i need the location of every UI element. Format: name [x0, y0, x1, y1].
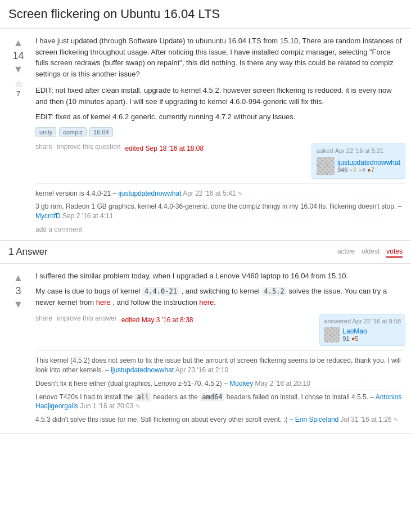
answer-user-rep: 91 [342, 335, 349, 342]
answer-vote-column: ▲ 3 ▼ [6, 270, 31, 426]
answer-comment-3: Lenovo T420s I had to install the all he… [35, 391, 405, 414]
question-content: I have just updated (through Software Up… [31, 35, 405, 233]
answer-section: ▲ 3 ▼ I suffered the similar problem tod… [0, 264, 411, 434]
answer-comment-1: This kernel (4.5.2) does not seem to fix… [35, 354, 405, 377]
question-edit2: EDIT: fixed as of kernel 4.6.2 generic, … [35, 111, 405, 123]
question-comments: kernel version is 4.4.0-21 – ijustupdate… [35, 183, 405, 233]
question-body: I have just updated (through Software Up… [35, 35, 405, 79]
code-all: all [135, 393, 152, 402]
question-edit1: EDIT: not fixed after clean install, upg… [35, 85, 405, 107]
code-amd64: amd64 [200, 393, 224, 402]
sort-tab-active[interactable]: active [337, 246, 355, 258]
page-title: Screen flickering on Ubuntu 16.04 LTS [0, 0, 411, 29]
question-actions: share improve this question edited Sep 1… [35, 143, 204, 154]
add-comment-button[interactable]: add a comment [35, 226, 405, 233]
answer-edited-info: edited May 3 '16 at 8:38 [121, 316, 193, 324]
answer-content: I suffered the similar problem today, wh… [31, 270, 405, 426]
kernel-old-code: 4.4.0-21 [142, 287, 179, 296]
question-section: ▲ 14 ▼ ☆ 7 I have just updated (through … [0, 29, 411, 241]
question-user-card: asked Apr 22 '16 at 5:21 ijustupdatednow… [311, 143, 405, 179]
comment-2: 3 gb ram, Radeon 1 GB graphics, kernel 4… [35, 200, 405, 223]
question-user-name[interactable]: ijustupdatednowwhat [337, 159, 400, 166]
kernel-new-code: 4.5.2 [262, 287, 287, 296]
answers-header: 1 Answer active oldest votes [0, 241, 411, 264]
question-user-avatar [317, 157, 335, 175]
answer-body: I suffered the similar problem today, wh… [35, 270, 405, 309]
answer-comments: This kernel (4.5.2) does not seem to fix… [35, 350, 405, 426]
sort-tabs: active oldest votes [337, 246, 403, 258]
answer-vote-down-button[interactable]: ▼ [13, 299, 24, 309]
bronze-badge: 7 [371, 166, 374, 173]
answer-bronze-badge: 5 [355, 335, 358, 342]
question-tags: unity compiz 16.04 [35, 127, 405, 137]
vote-count: 14 [12, 50, 24, 62]
answer-user-card: answered Apr 22 '16 at 8:58 LaoMao 91 ●5 [319, 314, 405, 346]
answer-comment-4-edit-icon[interactable]: ✎ [394, 417, 398, 423]
answer-vote-count: 3 [15, 285, 21, 297]
answers-count: 1 Answer [8, 246, 48, 258]
question-meta-row: share improve this question edited Sep 1… [35, 143, 405, 179]
comment-1-user[interactable]: ijustupdatednowwhat [118, 190, 181, 197]
answer-link2[interactable]: here [199, 298, 214, 306]
answer-comment-4-user[interactable]: Erin Spiceland [295, 416, 338, 423]
answer-link1[interactable]: here [96, 298, 111, 306]
answer-improve-link[interactable]: improve this answer [57, 314, 117, 322]
answer-user-avatar [324, 327, 340, 342]
tag-compiz[interactable]: compiz [59, 127, 87, 137]
vote-down-button[interactable]: ▼ [13, 64, 24, 74]
answer-comment-2-user[interactable]: Mookey [229, 380, 253, 387]
comment-2-user[interactable]: MycrofD [35, 212, 61, 220]
answer-comment-1-user[interactable]: ijustupdatednowwhat [111, 366, 174, 374]
answer-comment-4: 4.5.3 didn't solve this issue for me. St… [35, 413, 405, 426]
answer-vote-up-button[interactable]: ▲ [13, 273, 24, 283]
favorite-count: 7 [16, 89, 20, 98]
sort-tab-oldest[interactable]: oldest [362, 246, 380, 258]
favorite-star[interactable]: ☆ [15, 79, 22, 89]
vote-column: ▲ 14 ▼ ☆ 7 [6, 35, 31, 233]
answer-comment-3-edit-icon[interactable]: ✎ [136, 403, 140, 409]
user-rep: 346 [337, 166, 347, 173]
answer-actions: share improve this answer edited May 3 '… [35, 314, 193, 326]
sort-tab-votes[interactable]: votes [386, 246, 403, 258]
answer-comment-2: Doesn't fix it here either (dual graphic… [35, 377, 405, 391]
answer-user-name[interactable]: LaoMao [342, 327, 367, 335]
answer-meta-row: share improve this answer edited May 3 '… [35, 314, 405, 346]
silver-badge: 4 [362, 166, 365, 173]
share-link[interactable]: share [35, 143, 52, 151]
vote-up-button[interactable]: ▲ [13, 38, 24, 48]
gold-badge: 2 [353, 166, 356, 173]
comment-1-edit-icon[interactable]: ✎ [238, 191, 242, 197]
tag-unity[interactable]: unity [35, 127, 56, 137]
tag-1604[interactable]: 16.04 [89, 127, 113, 137]
comment-1: kernel version is 4.4.0-21 – ijustupdate… [35, 187, 405, 201]
improve-link[interactable]: improve this question [57, 143, 120, 151]
edited-info: edited Sep 18 '16 at 18:08 [125, 145, 204, 152]
answer-share-link[interactable]: share [35, 314, 52, 322]
